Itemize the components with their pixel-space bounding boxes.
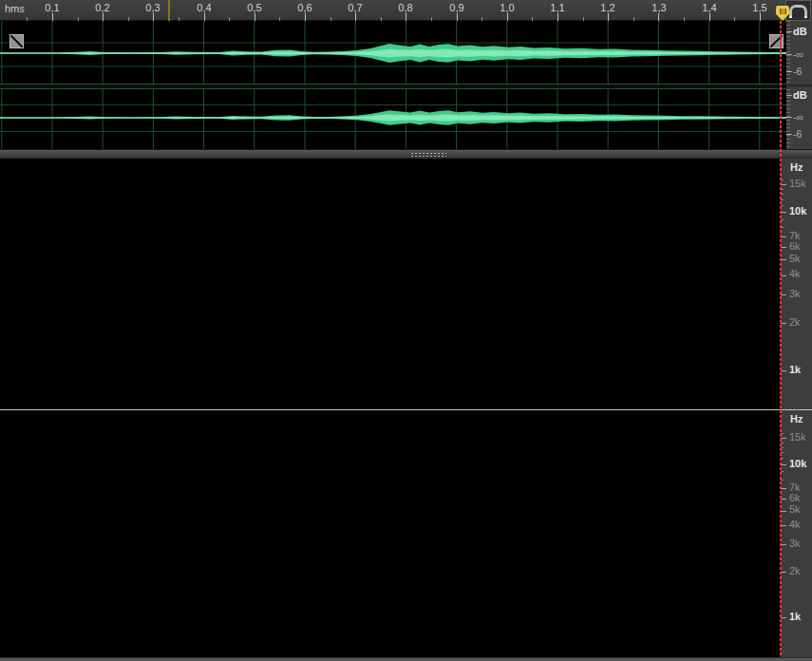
freq-label-3k: 3k [789,538,801,549]
ruler-tick-label: 0,7 [348,2,362,13]
freq-label-1k: 1k [789,364,801,375]
hz-scale-header: Hz [790,161,803,173]
ruler-tick-label: 0,2 [95,2,109,13]
snap-magnet-button[interactable] [785,0,811,21]
freq-label-7k: 7k [789,230,801,241]
freq-label-1k: 1k [789,611,801,622]
hz-scale-header: Hz [790,413,803,425]
hz-scale[interactable]: Hz 15k 10k 7k 6k 5k 4k 3k 2k 1k [781,159,812,409]
spectrogram-panel-right[interactable]: Hz 15k 10k 7k 6k 5k 4k 3k 2k 1k [0,410,812,657]
db-scale[interactable]: dB -∞ -6 dB -∞ -6 [786,21,812,149]
freq-label-5k: 5k [789,253,801,264]
ruler-tick-label: 1,3 [651,2,666,13]
audio-editor-window: hms 0,1 0,2 0,3 0,4 0,5 0,6 0,7 0,8 0,9 … [0,0,812,661]
db-neg6-label: -6 [793,66,802,77]
freq-label-6k: 6k [789,492,801,503]
ruler-tick-label: 1,4 [702,2,716,13]
freq-label-2k: 2k [789,316,801,328]
ruler-tick-label: 0,4 [197,2,211,13]
spectrogram-divider [0,409,812,410]
spectrogram-panel-left[interactable]: Hz 15k 10k 7k 6k 5k 4k 3k 2k 1k [0,159,812,409]
freq-label-15k: 15k [789,178,806,189]
freq-label-15k: 15k [789,431,806,443]
freq-label-4k: 4k [789,268,801,279]
magnet-icon [789,5,807,17]
channel-scale-divider [786,85,812,86]
hz-scale[interactable]: Hz 15k 10k 7k 6k 5k 4k 3k 2k 1k [781,410,812,657]
freq-label-5k: 5k [789,503,801,515]
ruler-tick-label: 0,6 [297,2,312,13]
panel-splitter[interactable] [0,149,812,159]
ruler-tick-label: 1,2 [600,2,614,13]
freq-label-10k: 10k [789,458,806,469]
stereo-waveform [0,21,786,149]
db-scale-header: dB [793,26,807,37]
ruler-tick-label: 0,3 [145,2,160,13]
ruler-tick-label: 0,9 [449,2,463,13]
ruler-tick-label: 1,1 [550,2,564,13]
db-scale-header: dB [793,89,807,101]
spectrogram-left [0,159,781,409]
ruler-tick-label: 0,1 [45,2,59,13]
ruler-tick-label: 1,0 [500,2,514,13]
db-neg6-label: -6 [793,128,802,140]
time-marker-line[interactable] [168,0,170,21]
ruler-tick-label: 0,8 [398,2,412,13]
ruler-tick-label: 0,5 [247,2,261,13]
time-ruler[interactable]: hms 0,1 0,2 0,3 0,4 0,5 0,6 0,7 0,8 0,9 … [0,0,812,21]
waveform-panel[interactable]: dB -∞ -6 dB -∞ -6 [0,21,812,149]
fade-in-handle[interactable] [9,34,24,48]
bottom-resize-strip [0,657,812,661]
db-neg-inf-label: -∞ [793,48,803,60]
ruler-unit-label: hms [5,3,25,14]
freq-label-6k: 6k [789,240,801,252]
freq-label-4k: 4k [789,519,801,530]
splitter-grip-icon [410,152,446,158]
db-neg-inf-label: -∞ [793,111,803,123]
freq-label-3k: 3k [789,288,801,299]
spectrogram-right [0,410,781,657]
freq-label-2k: 2k [789,565,801,576]
ruler-tick-label: 1,5 [752,2,766,13]
playhead-line [780,21,782,657]
freq-label-10k: 10k [789,205,806,217]
